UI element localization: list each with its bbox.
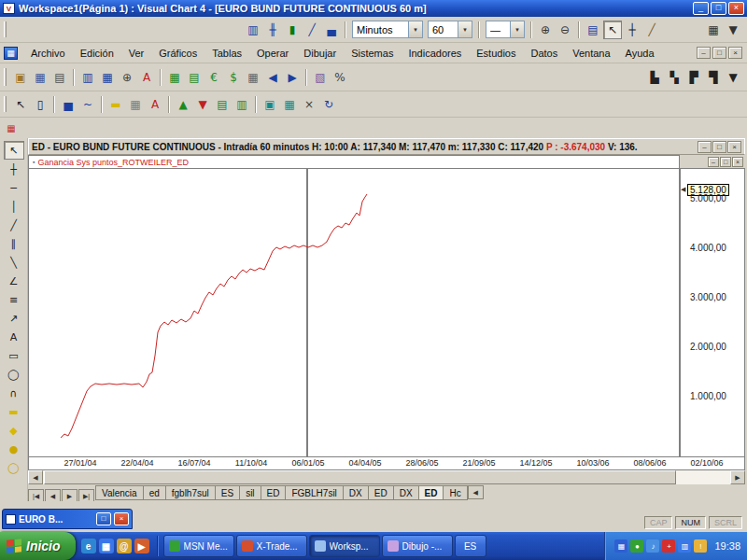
horizontal-line-tool[interactable]: ─ (4, 178, 24, 197)
quicklaunch-mail-icon[interactable]: @ (117, 539, 132, 553)
sheet-tab-fgblh7sil[interactable]: FGBLH7sil (286, 485, 343, 500)
mini-window-close-button[interactable]: × (114, 512, 129, 525)
menu-ventana[interactable]: Ventana (565, 45, 617, 62)
window-titlebar[interactable]: V Workspace1(Página 1) : Visual Chart 4 … (0, 0, 747, 17)
sheet-tab-ed[interactable]: ED (369, 485, 394, 500)
taskbar-task-x-trade[interactable]: X-Trade... (236, 535, 307, 557)
scroll-left-button[interactable]: ◀ (28, 470, 43, 484)
quicklaunch-ie-icon[interactable]: e (81, 539, 96, 553)
chart-restore-button[interactable]: □ (712, 141, 726, 153)
positions-icon[interactable]: ▥ (233, 95, 251, 114)
menu-indicadores[interactable]: Indicadores (401, 45, 469, 62)
sheet-tab-sil[interactable]: sil (240, 485, 261, 500)
data-window-icon[interactable]: ▤ (584, 21, 602, 39)
menu-ayuda[interactable]: Ayuda (618, 45, 662, 62)
tray-update-icon[interactable]: ! (694, 539, 707, 553)
tray-volume-icon[interactable]: ♪ (646, 539, 659, 553)
angle-tool[interactable]: ∠ (4, 272, 24, 290)
taskbar-task-es[interactable]: ES (455, 535, 486, 557)
indicator-icon[interactable]: ~ (78, 95, 97, 114)
start-button[interactable]: Inicio (0, 532, 76, 560)
histogram-chart-icon[interactable]: ▄ (322, 21, 341, 39)
taskbar-task-worksp[interactable]: Worksp... (309, 535, 380, 557)
combo-dropdown-icon[interactable]: ▼ (458, 21, 472, 37)
vertical-line-tool[interactable]: │ (4, 197, 24, 216)
candlestick-chart-icon[interactable]: ▮ (283, 21, 302, 39)
text-tool[interactable]: A (4, 328, 24, 346)
tray-network-icon[interactable]: ▥ (678, 539, 691, 553)
panel-layout-dropdown-icon[interactable]: ▼ (724, 68, 742, 87)
orders-icon[interactable]: ▤ (213, 95, 232, 114)
arc-tool[interactable]: ∩ (4, 384, 24, 402)
back-icon[interactable]: ◀ (263, 68, 282, 87)
sheet-tab-ed[interactable]: ED (419, 485, 444, 500)
period-combo[interactable]: Minutos ▼ (352, 21, 423, 38)
yellow-note-icon[interactable]: ▬ (106, 95, 125, 114)
chart-grid-icon[interactable]: ▦ (98, 68, 117, 87)
scrollbar-track[interactable] (43, 470, 730, 484)
crosshair-tool[interactable]: ┼ (4, 160, 24, 178)
menu-ver[interactable]: Ver (121, 45, 152, 62)
combo-dropdown-icon[interactable]: ▼ (510, 21, 524, 37)
calculator-icon[interactable]: ▦ (244, 68, 262, 87)
refresh-icon[interactable]: ↻ (319, 95, 338, 114)
save-icon[interactable]: ▦ (31, 68, 49, 87)
bar-chart-icon[interactable]: ▥ (244, 21, 262, 39)
toolbar-grip[interactable] (4, 96, 7, 113)
window-layout-icon[interactable]: ▦ (704, 21, 723, 39)
link-windows-icon[interactable]: ▧ (311, 68, 330, 87)
trend-line-tool[interactable]: ╱ (4, 216, 24, 234)
scroll-right-button[interactable]: ▶ (730, 470, 745, 484)
chart-window-titlebar[interactable]: ED - EURO BUND FUTURE CONTINUOUS - Intra… (28, 138, 745, 155)
zoom-in-icon[interactable]: ⊕ (536, 21, 555, 39)
select-tool[interactable]: ↖ (4, 141, 24, 160)
quote-table-icon[interactable]: ▦ (165, 68, 184, 87)
regression-tool[interactable]: ╲ (4, 253, 24, 272)
font-icon[interactable]: A (146, 95, 164, 114)
forward-icon[interactable]: ▶ (283, 68, 302, 87)
ohlc-chart-icon[interactable]: ╫ (263, 21, 282, 39)
maximize-button[interactable]: □ (711, 2, 726, 15)
chart-document-icon[interactable]: ▦ (4, 47, 18, 60)
mini-window-restore-button[interactable]: □ (96, 512, 111, 525)
tray-messenger-icon[interactable]: ● (630, 539, 643, 553)
chart-plot-area[interactable] (28, 168, 680, 457)
toolbar-grip[interactable] (4, 68, 7, 86)
volume-panel-icon[interactable]: ▅ (59, 95, 78, 114)
panel-layout-3-icon[interactable]: ▛ (684, 68, 703, 87)
channel-tool[interactable]: ∥ (4, 234, 24, 253)
new-chart-icon[interactable]: ▥ (78, 68, 97, 87)
chart-minimize-button[interactable]: – (698, 141, 712, 153)
draw-mode-icon[interactable]: ╱ (642, 21, 661, 39)
window-layout-dropdown-icon[interactable]: ▼ (724, 21, 742, 39)
oval-tool[interactable]: ◯ (4, 458, 24, 477)
combo-dropdown-icon[interactable]: ▼ (408, 21, 422, 37)
sheet-tab-dx[interactable]: DX (344, 485, 369, 500)
arrow-tool[interactable]: ↗ (4, 309, 24, 328)
circle-tool[interactable]: ● (4, 440, 24, 458)
fibonacci-tool[interactable]: ≡ (4, 290, 24, 309)
tray-chart-icon[interactable]: ▦ (614, 539, 627, 553)
percent-icon[interactable]: % (331, 68, 349, 87)
pane-minimize-button[interactable]: – (708, 157, 719, 167)
minimize-button[interactable]: _ (693, 2, 709, 15)
panel-layout-2-icon[interactable]: ▚ (665, 68, 684, 87)
toolbar-grip[interactable] (4, 21, 7, 38)
quicklaunch-desktop-icon[interactable]: ▦ (99, 539, 114, 553)
minimized-window-euro[interactable]: EURO B... □ × (2, 509, 133, 529)
tab-scroll-button[interactable]: ◀ (468, 485, 484, 499)
menu-gr-ficos[interactable]: Gráficos (151, 45, 204, 62)
horizontal-scrollbar[interactable]: ◀ ▶ (28, 470, 745, 484)
pointer-mode-icon[interactable]: ↖ (603, 21, 622, 39)
pane-close-button[interactable]: × (732, 157, 743, 167)
sheet-tab-ed[interactable]: ed (144, 485, 166, 500)
sheet-tab-valencia[interactable]: Valencia (95, 485, 144, 500)
taskbar-task-msn-me[interactable]: MSN Me... (163, 535, 234, 557)
pane-restore-button[interactable]: □ (720, 157, 731, 167)
mdi-close-button[interactable]: × (728, 47, 742, 59)
teal-window-icon[interactable]: ▣ (261, 95, 279, 114)
line-chart-icon[interactable]: ╱ (303, 21, 321, 39)
scrollbar-thumb[interactable] (44, 470, 676, 484)
panel-layout-1-icon[interactable]: ▙ (645, 68, 664, 87)
toolbox-button[interactable]: ▦ (2, 119, 21, 137)
